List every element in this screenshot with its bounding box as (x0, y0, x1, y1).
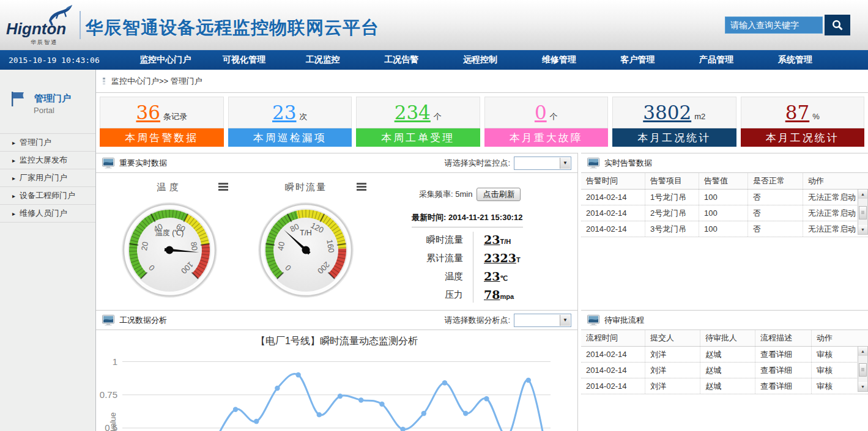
nav-item[interactable]: 工况监控 (283, 54, 362, 65)
stat-card[interactable]: 0个本月重大故障 (484, 97, 609, 147)
brand-name: Hignton (6, 20, 66, 39)
column-header: 告警项目 (645, 173, 699, 189)
sidebar-item-label: 维修人员门户 (20, 208, 67, 218)
table-cell: 赵城 (700, 378, 755, 394)
stat-card-value: 23 (272, 97, 296, 128)
nav-item[interactable]: 可视化管理 (205, 54, 284, 65)
column-header: 告警值 (699, 173, 748, 189)
nav-item[interactable]: 客户管理 (598, 54, 677, 65)
scroll-down-arrow-icon[interactable]: ▼ (858, 382, 867, 391)
table-row: 2014-02-14刘洋赵城查看详细审核 (581, 378, 868, 394)
table-row: 2014-02-14刘洋赵城查看详细审核 (581, 363, 868, 378)
stat-card-value-box: 23次 (228, 97, 352, 128)
scrollbar-thumb[interactable] (859, 206, 867, 219)
table-cell[interactable]: 查看详细 (755, 378, 812, 394)
sidebar-item[interactable]: ▸厂家用户门户 (0, 169, 95, 187)
table-cell[interactable]: 查看详细 (755, 347, 812, 362)
dashboard-page: Hignton 华辰智通 华辰智通设备远程监控物联网云平台 2015-10-19… (0, 0, 868, 431)
table-cell: 100 (699, 205, 748, 221)
column-header: 是否正常 (748, 173, 803, 189)
latest-time-row: 最新时间: 2014-11-21 15:30:12 (412, 212, 522, 223)
scroll-up-arrow-icon[interactable]: ▲ (858, 347, 867, 356)
chevron-down-icon[interactable]: ▼ (560, 158, 570, 169)
approval-table: 流程时间提交人待审批人流程描述动作2014-02-14刘洋赵城查看详细审核201… (581, 330, 868, 394)
stat-card[interactable]: 3802m2本月工况统计 (612, 97, 736, 147)
breadcrumb-icon (102, 77, 107, 85)
stat-card-value: 36 (136, 97, 160, 128)
nav-item[interactable]: 维修管理 (519, 54, 598, 65)
table-cell: 3号龙门吊 (645, 221, 699, 237)
hamburger-menu-icon[interactable] (218, 183, 228, 192)
nav-item[interactable]: 系统管理 (755, 54, 834, 65)
table-cell: 100 (699, 221, 748, 237)
table-cell: 刘洋 (645, 347, 700, 362)
table-cell: 无法正常启动 (803, 205, 858, 221)
table-cell[interactable]: 审核 (812, 378, 858, 394)
refresh-button[interactable]: 点击刷新 (477, 188, 521, 201)
reading-label: 瞬时流量 (384, 234, 473, 246)
analysis-section-title: 工况数据分析 (119, 315, 167, 326)
nav-item[interactable]: 远程控制 (441, 54, 520, 65)
triangle-right-icon: ▸ (12, 175, 15, 182)
analysis-point-select[interactable]: ▼ (514, 314, 571, 327)
column-header: 提交人 (645, 330, 700, 346)
table-row: 2014-02-143号龙门吊100否无法正常启动 (581, 221, 868, 237)
alarm-section-header: 实时告警数据 (581, 153, 868, 173)
chevron-down-icon[interactable]: ▼ (560, 315, 570, 326)
flag-icon (9, 90, 26, 108)
right-column: 实时告警数据 告警时间告警项目告警值是否正常动作2014-02-141号龙门吊1… (581, 153, 868, 431)
table-cell: 无法正常启动 (803, 190, 858, 205)
table-cell: 2014-02-14 (581, 221, 645, 237)
monitor-icon (102, 158, 114, 169)
scroll-down-arrow-icon[interactable]: ▼ (858, 225, 867, 234)
sidebar: 管理门户 Portal ▸管理门户▸监控大屏发布▸厂家用户门户▸设备工程师门户▸… (0, 70, 96, 431)
hamburger-menu-icon[interactable] (357, 183, 366, 192)
scrollbar-thumb[interactable] (859, 363, 867, 377)
portal-header: 管理门户 Portal (0, 70, 95, 123)
stat-card[interactable]: 87%本月工况统计 (741, 97, 865, 147)
monitor-point-select[interactable]: ▼ (514, 157, 571, 170)
nav-item[interactable]: 监控中心门户 (126, 54, 205, 65)
svg-text:温度 (℃): 温度 (℃) (155, 229, 184, 237)
reading-row: 瞬时流量23T/H (384, 230, 567, 249)
stat-card-label: 本周工单受理 (356, 128, 480, 147)
table-cell[interactable]: 审核 (812, 347, 858, 362)
sidebar-item[interactable]: ▸管理门户 (0, 134, 95, 152)
table-cell[interactable]: 审核 (812, 363, 858, 378)
search-button[interactable] (825, 15, 850, 35)
gauge-temperature-title: 温度 (139, 182, 200, 193)
sidebar-item[interactable]: ▸设备工程师门户 (0, 187, 95, 205)
sample-rate-label: 采集频率: 5min (419, 189, 472, 200)
analysis-point-select-label: 请选择数据分析点: (444, 315, 510, 326)
table-cell: 100 (699, 190, 748, 205)
nav-item[interactable]: 工况告警 (362, 54, 441, 65)
nav-items: 监控中心门户可视化管理工况监控工况告警远程控制维修管理客户管理产品管理系统管理 (126, 54, 868, 65)
reading-unit: T (516, 256, 521, 263)
content-area: 监控中心门户>> 管理门户 36条记录本周告警数据23次本周巡检漏项234个本周… (96, 70, 868, 431)
stat-card[interactable]: 23次本周巡检漏项 (228, 97, 352, 147)
stat-card[interactable]: 234个本周工单受理 (356, 97, 480, 147)
table-cell: 无法正常启动 (803, 221, 858, 237)
table-cell[interactable]: 查看详细 (755, 363, 812, 378)
alarm-section-title: 实时告警数据 (604, 158, 652, 169)
left-column: 重要实时数据 请选择实时监控点: ▼ 温度 瞬时流量 020406080100温… (96, 153, 578, 431)
sidebar-item[interactable]: ▸监控大屏发布 (0, 152, 95, 169)
scroll-up-arrow-icon[interactable]: ▲ (858, 190, 867, 199)
portal-subtitle: Portal (34, 106, 54, 115)
reading-label: 累计流量 (384, 252, 473, 264)
stat-card[interactable]: 36条记录本周告警数据 (100, 97, 224, 147)
stat-card-label: 本月工况统计 (741, 128, 865, 147)
svg-text:1: 1 (113, 356, 117, 367)
reading-value: 2323T (473, 251, 567, 265)
table-row: 2014-02-14刘洋赵城查看详细审核 (581, 347, 868, 363)
reading-row: 压力78mpa (384, 285, 567, 304)
table-row: 2014-02-141号龙门吊100否无法正常启动 (581, 190, 868, 205)
sidebar-item[interactable]: ▸维修人员门户 (0, 205, 95, 223)
stat-cards-row: 36条记录本周告警数据23次本周巡检漏项234个本周工单受理0个本月重大故障38… (100, 97, 864, 147)
table-cell: 2014-02-14 (581, 347, 645, 362)
nav-item[interactable]: 产品管理 (677, 54, 756, 65)
table-header-row: 告警时间告警项目告警值是否正常动作 (581, 173, 868, 190)
table-cell: 刘洋 (645, 363, 700, 378)
search-input[interactable] (725, 17, 823, 34)
table-cell: 2014-02-14 (581, 363, 645, 378)
